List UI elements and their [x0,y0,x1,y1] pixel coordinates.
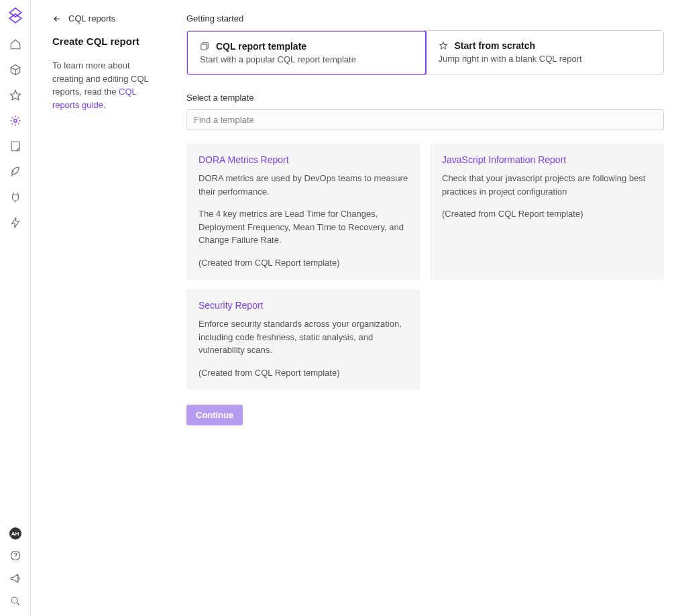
template-desc: The 4 key metrics are Lead Time for Chan… [199,207,408,247]
template-desc: Enforce security standards across your o… [199,317,408,357]
right-column: Getting started CQL report template Star… [186,13,664,603]
template-card-javascript[interactable]: JavaScript Information Report Check that… [430,144,664,280]
left-column: CQL reports Create CQL report To learn m… [52,13,160,603]
template-desc: Check that your javascript projects are … [442,172,652,198]
getting-started-options: CQL report template Start with a popular… [186,30,664,75]
svg-point-3 [11,597,17,603]
note-icon[interactable] [9,140,22,153]
cube-icon[interactable] [9,63,22,76]
page-title: Create CQL report [52,36,160,47]
template-card-dora[interactable]: DORA Metrics Report DORA metrics are use… [186,144,420,280]
choice-template[interactable]: CQL report template Start with a popular… [186,30,427,75]
breadcrumb[interactable]: CQL reports [52,13,160,23]
choice-scratch[interactable]: Start from scratch Jump right in with a … [426,31,664,74]
megaphone-icon[interactable] [9,572,22,585]
search-icon[interactable] [9,595,22,608]
template-search-input[interactable] [186,109,664,130]
template-origin: (Created from CQL Report template) [199,256,408,270]
help-icon[interactable] [9,549,22,562]
logo-icon[interactable] [7,7,24,24]
template-origin: (Created from CQL Report template) [442,207,652,221]
template-title: JavaScript Information Report [442,154,652,165]
breadcrumb-label: CQL reports [68,13,115,23]
plug-icon[interactable] [9,191,22,204]
avatar[interactable]: AH [9,527,21,540]
rocket-icon[interactable] [9,165,22,178]
gear-icon[interactable] [9,114,22,127]
template-desc: DORA metrics are used by DevOps teams to… [199,172,408,198]
template-origin: (Created from CQL Report template) [199,366,408,380]
bolt-icon[interactable] [9,216,22,229]
help-text-after: . [103,100,106,110]
sidebar-bottom: AH [9,527,22,616]
getting-started-label: Getting started [186,13,664,23]
template-title: DORA Metrics Report [199,154,408,165]
svg-rect-4 [201,44,207,50]
template-card-security[interactable]: Security Report Enforce security standar… [186,289,420,390]
template-icon [200,42,209,51]
star-outline-icon [439,41,448,50]
choice-title: CQL report template [216,41,306,52]
back-arrow-icon [52,14,62,23]
choice-subtitle: Start with a popular CQL report template [200,54,413,64]
svg-point-0 [13,119,17,123]
templates-grid: DORA Metrics Report DORA metrics are use… [186,144,664,390]
main-content: CQL reports Create CQL report To learn m… [31,0,676,616]
choice-title: Start from scratch [455,40,536,51]
sidebar: AH [0,0,31,616]
home-icon[interactable] [9,38,22,51]
continue-button[interactable]: Continue [186,405,243,425]
help-text: To learn more about creating and editing… [52,59,160,111]
nav-icons [9,38,22,527]
select-template-label: Select a template [186,93,664,103]
template-title: Security Report [199,300,408,311]
choice-subtitle: Jump right in with a blank CQL report [439,54,652,64]
star-icon[interactable] [9,89,22,102]
